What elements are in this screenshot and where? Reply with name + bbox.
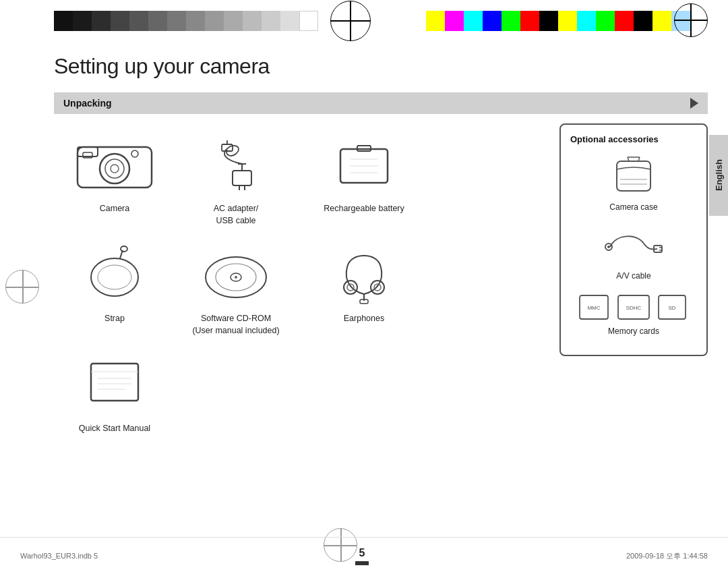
color-block bbox=[54, 11, 73, 31]
svg-point-43 bbox=[235, 276, 237, 279]
item-battery: Rechargeable battery bbox=[297, 130, 431, 227]
color-block bbox=[653, 11, 671, 31]
ac-adapter-label: AC adapter/ USB cable bbox=[214, 203, 259, 227]
battery-image bbox=[317, 130, 411, 198]
page-number: 5 bbox=[359, 547, 365, 559]
camera-icon bbox=[71, 134, 158, 194]
section-title: Unpacking bbox=[63, 98, 112, 109]
quick-start-image bbox=[67, 350, 162, 418]
svg-text:SDHC: SDHC bbox=[626, 305, 642, 311]
software-cd-icon bbox=[192, 243, 280, 304]
memory-cards-label: Memory cards bbox=[608, 326, 659, 336]
camera-case-image bbox=[603, 152, 664, 200]
top-bar bbox=[0, 0, 728, 42]
color-block bbox=[502, 11, 520, 31]
color-strip-right bbox=[426, 11, 690, 31]
ac-adapter-icon bbox=[192, 134, 280, 194]
items-row-1: Camera bbox=[54, 130, 708, 227]
color-block bbox=[615, 11, 634, 31]
color-block bbox=[558, 11, 577, 31]
svg-point-44 bbox=[344, 281, 357, 294]
page-title: Setting up your camera bbox=[54, 54, 708, 79]
av-cable-icon bbox=[603, 227, 664, 264]
optional-accessories-box: Optional accessories bbox=[559, 123, 708, 356]
quick-start-label: Quick Start Manual bbox=[79, 423, 150, 435]
memory-cards-image: MMC SDHC SD bbox=[603, 290, 664, 324]
item-camera: Camera bbox=[54, 130, 175, 227]
svg-rect-50 bbox=[91, 364, 138, 401]
crosshair-right-top-icon bbox=[674, 3, 708, 37]
svg-text:SD: SD bbox=[668, 305, 675, 311]
svg-point-39 bbox=[121, 246, 127, 252]
memory-cards-icon: MMC SDHC SD bbox=[576, 292, 691, 322]
color-block bbox=[280, 11, 299, 31]
camera-image bbox=[67, 130, 162, 198]
items-row-3: Quick Start Manual bbox=[54, 350, 708, 435]
section-header: Unpacking bbox=[54, 92, 708, 114]
color-block bbox=[73, 11, 92, 31]
color-block bbox=[92, 11, 111, 31]
language-tab-label: English bbox=[714, 160, 724, 192]
crosshair-top-icon bbox=[330, 1, 371, 41]
svg-text:MMC: MMC bbox=[587, 305, 600, 311]
main-content: Setting up your camera Unpacking bbox=[54, 54, 708, 534]
color-block bbox=[148, 11, 167, 31]
svg-point-2 bbox=[100, 154, 129, 183]
page-number-area: 5 bbox=[355, 547, 369, 565]
color-block bbox=[111, 11, 129, 31]
quick-start-icon bbox=[81, 357, 148, 411]
bottom-right-text: 2009-09-18 오후 1:44:58 bbox=[626, 551, 708, 561]
color-block bbox=[445, 11, 464, 31]
item-strap: Strap bbox=[54, 240, 175, 337]
color-block bbox=[483, 11, 502, 31]
svg-point-47 bbox=[374, 284, 381, 291]
camera-case-icon bbox=[610, 156, 657, 196]
strap-image bbox=[67, 240, 162, 308]
opt-item-memory-cards: MMC SDHC SD Memory cards bbox=[570, 290, 697, 336]
item-ac-adapter: AC adapter/ USB cable bbox=[175, 130, 297, 227]
opt-item-camera-case: Camera case bbox=[570, 152, 697, 212]
earphones-icon bbox=[330, 243, 398, 304]
color-block bbox=[205, 11, 224, 31]
bottom-left-text: Warhol93_EUR3.indb 5 bbox=[20, 552, 98, 560]
svg-point-45 bbox=[347, 284, 354, 291]
color-block bbox=[634, 11, 653, 31]
bottom-bar: Warhol93_EUR3.indb 5 5 2009-09-18 오후 1:4… bbox=[0, 537, 728, 574]
svg-rect-19 bbox=[617, 161, 650, 191]
color-block bbox=[167, 11, 186, 31]
page-indicator-bar bbox=[355, 561, 369, 565]
strap-icon bbox=[74, 243, 155, 304]
ac-adapter-image bbox=[189, 130, 283, 198]
color-block bbox=[243, 11, 262, 31]
crosshair-left-icon bbox=[5, 270, 39, 304]
strap-label: Strap bbox=[104, 313, 125, 325]
color-block bbox=[464, 11, 483, 31]
svg-point-37 bbox=[98, 265, 131, 289]
svg-rect-7 bbox=[233, 171, 251, 185]
section-arrow-icon bbox=[690, 98, 698, 109]
av-cable-image bbox=[603, 221, 664, 268]
svg-point-46 bbox=[371, 281, 384, 294]
content-area: Camera bbox=[54, 130, 708, 435]
color-block bbox=[262, 11, 280, 31]
software-cd-label: Software CD-ROM (User manual included) bbox=[192, 313, 279, 337]
color-block bbox=[520, 11, 539, 31]
earphones-image bbox=[317, 240, 411, 308]
language-tab: English bbox=[709, 135, 728, 216]
svg-point-3 bbox=[105, 159, 124, 178]
battery-icon bbox=[330, 136, 398, 193]
color-block bbox=[299, 11, 318, 31]
av-cable-label: A/V cable bbox=[616, 271, 650, 281]
item-earphones: Earphones bbox=[297, 240, 431, 337]
item-software-cd: Software CD-ROM (User manual included) bbox=[175, 240, 297, 337]
battery-label: Rechargeable battery bbox=[324, 203, 404, 215]
optional-title: Optional accessories bbox=[570, 134, 697, 144]
color-block bbox=[186, 11, 205, 31]
software-cd-image bbox=[189, 240, 283, 308]
earphones-label: Earphones bbox=[344, 313, 384, 325]
color-block bbox=[426, 11, 445, 31]
color-block bbox=[577, 11, 596, 31]
item-quick-start: Quick Start Manual bbox=[54, 350, 175, 435]
camera-label: Camera bbox=[100, 203, 129, 215]
camera-case-label: Camera case bbox=[609, 202, 657, 212]
